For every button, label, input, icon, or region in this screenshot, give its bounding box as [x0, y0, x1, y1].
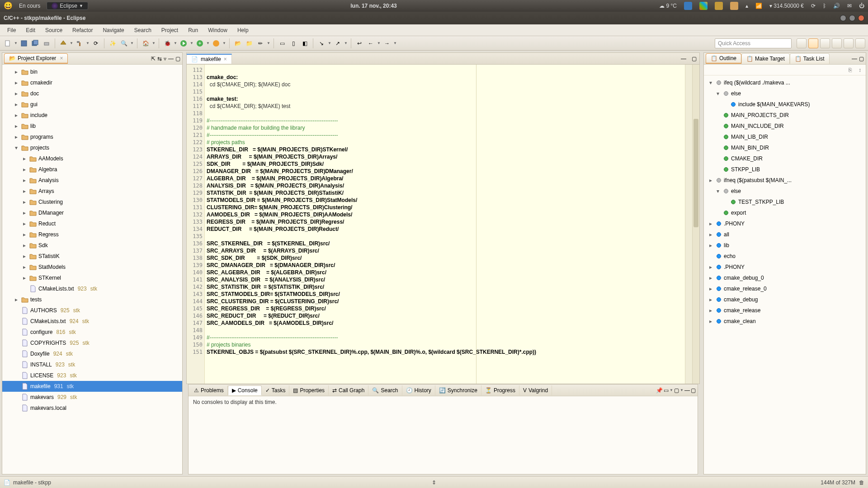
outline-item[interactable]: ▸cmake_clean — [706, 316, 864, 327]
expand-icon[interactable]: ▸ — [21, 166, 28, 173]
mark-button[interactable]: ✏ — [255, 38, 265, 48]
maximize-button[interactable] — [849, 15, 855, 21]
clock[interactable]: lun. 17 nov., 20:43 — [88, 3, 659, 9]
profile-button[interactable]: + — [195, 38, 205, 48]
vertical-scrollbar[interactable] — [692, 65, 699, 384]
next-ann-button[interactable]: ↘ — [316, 38, 326, 48]
perspective-button[interactable] — [844, 38, 854, 48]
tree-item[interactable]: ▸Clustering — [2, 197, 182, 207]
tree-item[interactable]: ▸include — [2, 110, 182, 121]
battery-indicator[interactable]: ▾ 314.50000 € — [769, 3, 804, 9]
tab-outline[interactable]: 📋Outline — [706, 53, 741, 64]
outline-item[interactable]: ▸cmake_release_0 — [706, 283, 864, 294]
outline-item[interactable]: MAIN_BIN_DIR — [706, 142, 864, 153]
code-area[interactable]: cmake_doc: cd $(CMAKE_DIR); $(MAKE) doc … — [205, 65, 685, 384]
outline-item[interactable]: ▸.PHONY — [706, 218, 864, 229]
expand-icon[interactable]: ▸ — [708, 242, 714, 249]
tray-icon[interactable] — [715, 2, 723, 10]
close-icon[interactable]: × — [224, 56, 227, 62]
outline-item[interactable]: MAIN_LIB_DIR — [706, 131, 864, 142]
perspective-button[interactable] — [820, 38, 830, 48]
forward-button[interactable]: → — [382, 38, 392, 48]
expand-icon[interactable]: ▸ — [708, 231, 714, 238]
outline-item[interactable]: ▸ifneq ($(patsubst $(MAIN_... — [706, 175, 864, 186]
editor-tab-makefile[interactable]: 📄 makefile × — [187, 54, 232, 64]
tree-item[interactable]: ▸STatistiK — [2, 251, 182, 262]
expand-icon[interactable]: ▾ — [715, 188, 721, 194]
perspective-button[interactable] — [832, 38, 842, 48]
power-icon[interactable]: ⏻ — [859, 3, 864, 9]
last-edit-button[interactable]: ↩ — [354, 38, 364, 48]
expand-icon[interactable]: ▾ — [708, 80, 714, 86]
tree-item[interactable]: ▸Analysis — [2, 175, 182, 186]
outline-item[interactable]: ▸lib — [706, 240, 864, 251]
tree-item[interactable]: ▸gui — [2, 99, 182, 110]
toggle-2-button[interactable]: ▯ — [288, 38, 298, 48]
tree-item[interactable]: Doxyfile924stk — [2, 348, 182, 359]
tree-item[interactable]: ▸tests — [2, 294, 182, 305]
menu-file[interactable]: File — [3, 26, 20, 35]
weather-indicator[interactable]: ☁ 9 °C — [659, 3, 677, 9]
outline-item[interactable]: ▸cmake_debug — [706, 294, 864, 305]
search-button[interactable]: 🔍 — [119, 38, 129, 48]
tray-icon[interactable] — [699, 2, 708, 10]
menu-window[interactable]: Window — [203, 26, 232, 35]
task-indicator[interactable]: En cours — [19, 3, 40, 9]
expand-icon[interactable]: ▸ — [13, 90, 19, 97]
minimize-editor-button[interactable]: — — [678, 56, 689, 62]
volume-icon[interactable]: 🔊 — [833, 3, 840, 9]
mail-icon[interactable]: ✉ — [847, 3, 852, 9]
menu-project[interactable]: Project — [157, 26, 183, 35]
menu-navigate[interactable]: Navigate — [98, 26, 128, 35]
tree-item[interactable]: ▸Arrays — [2, 186, 182, 197]
outline-item[interactable]: TEST_STKPP_LIB — [706, 197, 864, 207]
menu-run[interactable]: Run — [184, 26, 203, 35]
tree-item[interactable]: ▸AAModels — [2, 153, 182, 164]
tab-progress[interactable]: ⏳Progress — [481, 385, 519, 395]
tab-tasks[interactable]: ✓Tasks — [262, 385, 290, 395]
open-console-button[interactable]: ▢ — [674, 387, 679, 394]
maximize-view-button[interactable]: ▢ — [859, 56, 864, 62]
open-task-button[interactable]: 📁 — [244, 38, 254, 48]
expand-icon[interactable]: ▸ — [13, 296, 19, 303]
app-indicator[interactable]: Eclipse ▼ — [47, 2, 88, 10]
tree-item[interactable]: INSTALL923stk — [2, 359, 182, 370]
close-button[interactable] — [858, 15, 864, 21]
network-icon[interactable]: 📶 — [755, 3, 762, 9]
maximize-panel-button[interactable]: ▢ — [691, 387, 696, 394]
tree-item[interactable]: ▸Algebra — [2, 164, 182, 175]
tree-item[interactable]: makevars.local — [2, 403, 182, 413]
overview-ruler[interactable] — [685, 65, 692, 384]
outline-item[interactable]: include $(MAIN_MAKEVARS) — [706, 99, 864, 110]
save-all-button[interactable] — [30, 38, 40, 48]
tree-item[interactable]: LICENSE923stk — [2, 370, 182, 381]
view-menu-button[interactable]: ▿ — [164, 56, 166, 62]
expand-icon[interactable]: ▸ — [708, 264, 714, 270]
tree-item[interactable]: ▸DManager — [2, 207, 182, 218]
tree-item[interactable]: makevars929stk — [2, 392, 182, 403]
expand-icon[interactable]: ▾ — [715, 90, 721, 97]
tree-item[interactable]: ▸bin — [2, 66, 182, 77]
tab-problems[interactable]: ⚠Problems — [190, 385, 228, 395]
menu-refactor[interactable]: Refactor — [68, 26, 97, 35]
tree-item[interactable]: ▸cmakedir — [2, 77, 182, 88]
expand-icon[interactable]: ▸ — [708, 318, 714, 324]
tray-caret-icon[interactable]: ▴ — [745, 3, 748, 9]
home-button[interactable]: 🏠 — [141, 38, 151, 48]
outline-item[interactable]: ▸cmake_debug_0 — [706, 272, 864, 283]
tree-item[interactable]: makefile931stk — [2, 381, 182, 392]
tree-item[interactable]: ▸programs — [2, 131, 182, 142]
tab-call-graph[interactable]: ⇄Call Graph — [329, 385, 368, 395]
prev-ann-button[interactable]: ↗ — [333, 38, 343, 48]
tree-item[interactable]: ▸Regress — [2, 229, 182, 240]
open-perspective-button[interactable] — [797, 38, 807, 48]
expand-icon[interactable]: ▸ — [21, 155, 28, 162]
expand-icon[interactable]: ▾ — [13, 145, 19, 151]
expand-icon[interactable]: ▸ — [21, 231, 28, 238]
outline-item[interactable]: ▸cmake_release — [706, 305, 864, 316]
outline-item[interactable]: CMAKE_DIR — [706, 153, 864, 164]
tree-item[interactable]: ▸doc — [2, 88, 182, 99]
updates-icon[interactable]: ⟳ — [811, 3, 816, 9]
perspective-cpp-button[interactable] — [808, 38, 818, 48]
expand-icon[interactable]: ▸ — [13, 69, 19, 75]
